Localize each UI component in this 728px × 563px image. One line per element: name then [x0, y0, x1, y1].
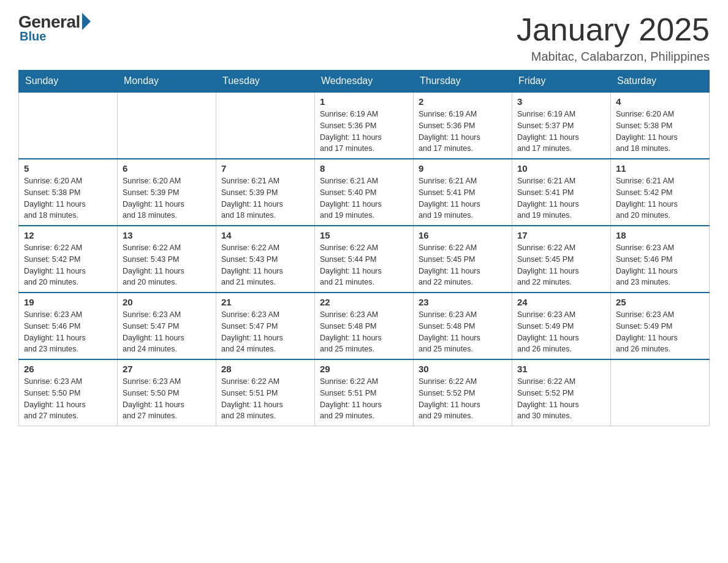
day-info: Sunrise: 6:22 AMSunset: 5:43 PMDaylight:… [221, 242, 309, 288]
day-info: Sunrise: 6:23 AMSunset: 5:47 PMDaylight:… [123, 309, 211, 355]
calendar-cell: 25Sunrise: 6:23 AMSunset: 5:49 PMDayligh… [611, 293, 710, 359]
day-info: Sunrise: 6:23 AMSunset: 5:50 PMDaylight:… [24, 376, 112, 422]
day-info: Sunrise: 6:23 AMSunset: 5:50 PMDaylight:… [123, 376, 211, 422]
day-info: Sunrise: 6:22 AMSunset: 5:43 PMDaylight:… [123, 242, 211, 288]
calendar-cell: 20Sunrise: 6:23 AMSunset: 5:47 PMDayligh… [118, 293, 216, 359]
day-info: Sunrise: 6:22 AMSunset: 5:52 PMDaylight:… [419, 376, 507, 422]
day-info: Sunrise: 6:21 AMSunset: 5:40 PMDaylight:… [320, 175, 408, 221]
day-number: 21 [221, 297, 309, 307]
calendar-day-header: Sunday [19, 71, 118, 93]
logo: General Blue [18, 12, 91, 44]
day-number: 30 [419, 364, 507, 374]
calendar-cell [118, 92, 216, 159]
calendar-day-header: Monday [118, 71, 216, 93]
calendar-cell: 30Sunrise: 6:22 AMSunset: 5:52 PMDayligh… [414, 359, 512, 426]
day-info: Sunrise: 6:20 AMSunset: 5:38 PMDaylight:… [24, 175, 112, 221]
logo-blue-text: Blue [20, 29, 46, 44]
calendar-cell: 13Sunrise: 6:22 AMSunset: 5:43 PMDayligh… [118, 226, 216, 293]
calendar-cell: 31Sunrise: 6:22 AMSunset: 5:52 PMDayligh… [512, 359, 611, 426]
calendar-cell: 24Sunrise: 6:23 AMSunset: 5:49 PMDayligh… [512, 293, 611, 359]
day-info: Sunrise: 6:23 AMSunset: 5:46 PMDaylight:… [616, 242, 704, 288]
calendar-cell: 8Sunrise: 6:21 AMSunset: 5:40 PMDaylight… [315, 159, 414, 226]
calendar-cell: 26Sunrise: 6:23 AMSunset: 5:50 PMDayligh… [19, 359, 118, 426]
day-info: Sunrise: 6:19 AMSunset: 5:37 PMDaylight:… [517, 109, 605, 155]
day-info: Sunrise: 6:23 AMSunset: 5:47 PMDaylight:… [221, 309, 309, 355]
day-number: 24 [517, 297, 605, 307]
calendar-cell: 23Sunrise: 6:23 AMSunset: 5:48 PMDayligh… [414, 293, 512, 359]
day-number: 13 [123, 230, 211, 240]
title-area: January 2025 Mabitac, Calabarzon, Philip… [517, 12, 710, 64]
day-number: 20 [123, 297, 211, 307]
day-number: 27 [123, 364, 211, 374]
day-number: 22 [320, 297, 408, 307]
calendar-cell: 15Sunrise: 6:22 AMSunset: 5:44 PMDayligh… [315, 226, 414, 293]
day-info: Sunrise: 6:21 AMSunset: 5:39 PMDaylight:… [221, 175, 309, 221]
day-number: 8 [320, 163, 408, 174]
calendar-cell [611, 359, 710, 426]
calendar-cell: 17Sunrise: 6:22 AMSunset: 5:45 PMDayligh… [512, 226, 611, 293]
calendar-cell: 27Sunrise: 6:23 AMSunset: 5:50 PMDayligh… [118, 359, 216, 426]
day-info: Sunrise: 6:21 AMSunset: 5:41 PMDaylight:… [419, 175, 507, 221]
day-number: 6 [123, 163, 211, 174]
calendar-day-header: Wednesday [315, 71, 414, 93]
day-number: 7 [221, 163, 309, 174]
day-info: Sunrise: 6:21 AMSunset: 5:41 PMDaylight:… [517, 175, 605, 221]
calendar-cell: 14Sunrise: 6:22 AMSunset: 5:43 PMDayligh… [216, 226, 315, 293]
day-number: 12 [24, 230, 112, 240]
day-number: 29 [320, 364, 408, 374]
calendar-day-header: Friday [512, 71, 611, 93]
day-info: Sunrise: 6:21 AMSunset: 5:42 PMDaylight:… [616, 175, 704, 221]
day-number: 25 [616, 297, 704, 307]
day-number: 1 [320, 96, 408, 107]
day-info: Sunrise: 6:23 AMSunset: 5:48 PMDaylight:… [320, 309, 408, 355]
page-header: General Blue January 2025 Mabitac, Calab… [18, 12, 710, 64]
month-title: January 2025 [517, 12, 710, 47]
day-number: 19 [24, 297, 112, 307]
calendar-cell: 12Sunrise: 6:22 AMSunset: 5:42 PMDayligh… [19, 226, 118, 293]
calendar-cell: 9Sunrise: 6:21 AMSunset: 5:41 PMDaylight… [414, 159, 512, 226]
calendar-cell: 2Sunrise: 6:19 AMSunset: 5:36 PMDaylight… [414, 92, 512, 159]
calendar-cell: 28Sunrise: 6:22 AMSunset: 5:51 PMDayligh… [216, 359, 315, 426]
day-info: Sunrise: 6:22 AMSunset: 5:52 PMDaylight:… [517, 376, 605, 422]
day-info: Sunrise: 6:22 AMSunset: 5:42 PMDaylight:… [24, 242, 112, 288]
calendar-cell: 16Sunrise: 6:22 AMSunset: 5:45 PMDayligh… [414, 226, 512, 293]
calendar-day-header: Tuesday [216, 71, 315, 93]
day-number: 26 [24, 364, 112, 374]
day-info: Sunrise: 6:20 AMSunset: 5:39 PMDaylight:… [123, 175, 211, 221]
calendar-cell: 21Sunrise: 6:23 AMSunset: 5:47 PMDayligh… [216, 293, 315, 359]
day-number: 18 [616, 230, 704, 240]
day-number: 28 [221, 364, 309, 374]
day-info: Sunrise: 6:23 AMSunset: 5:48 PMDaylight:… [419, 309, 507, 355]
calendar-cell: 7Sunrise: 6:21 AMSunset: 5:39 PMDaylight… [216, 159, 315, 226]
calendar-day-header: Thursday [414, 71, 512, 93]
day-info: Sunrise: 6:23 AMSunset: 5:49 PMDaylight:… [616, 309, 704, 355]
week-row: 5Sunrise: 6:20 AMSunset: 5:38 PMDaylight… [19, 159, 710, 226]
calendar-cell: 19Sunrise: 6:23 AMSunset: 5:46 PMDayligh… [19, 293, 118, 359]
calendar-header-row: SundayMondayTuesdayWednesdayThursdayFrid… [19, 71, 710, 93]
day-number: 3 [517, 96, 605, 107]
week-row: 12Sunrise: 6:22 AMSunset: 5:42 PMDayligh… [19, 226, 710, 293]
day-info: Sunrise: 6:23 AMSunset: 5:49 PMDaylight:… [517, 309, 605, 355]
calendar-cell: 11Sunrise: 6:21 AMSunset: 5:42 PMDayligh… [611, 159, 710, 226]
calendar-cell: 4Sunrise: 6:20 AMSunset: 5:38 PMDaylight… [611, 92, 710, 159]
day-number: 10 [517, 163, 605, 174]
week-row: 1Sunrise: 6:19 AMSunset: 5:36 PMDaylight… [19, 92, 710, 159]
day-info: Sunrise: 6:22 AMSunset: 5:51 PMDaylight:… [221, 376, 309, 422]
logo-arrow-icon [82, 13, 91, 30]
day-info: Sunrise: 6:22 AMSunset: 5:45 PMDaylight:… [419, 242, 507, 288]
day-number: 16 [419, 230, 507, 240]
day-info: Sunrise: 6:22 AMSunset: 5:44 PMDaylight:… [320, 242, 408, 288]
day-number: 31 [517, 364, 605, 374]
location-title: Mabitac, Calabarzon, Philippines [517, 50, 710, 64]
day-number: 9 [419, 163, 507, 174]
calendar-cell: 10Sunrise: 6:21 AMSunset: 5:41 PMDayligh… [512, 159, 611, 226]
day-number: 17 [517, 230, 605, 240]
calendar-cell: 5Sunrise: 6:20 AMSunset: 5:38 PMDaylight… [19, 159, 118, 226]
day-number: 4 [616, 96, 704, 107]
day-info: Sunrise: 6:20 AMSunset: 5:38 PMDaylight:… [616, 109, 704, 155]
calendar-cell [216, 92, 315, 159]
day-number: 11 [616, 163, 704, 174]
day-number: 14 [221, 230, 309, 240]
day-info: Sunrise: 6:19 AMSunset: 5:36 PMDaylight:… [320, 109, 408, 155]
week-row: 19Sunrise: 6:23 AMSunset: 5:46 PMDayligh… [19, 293, 710, 359]
